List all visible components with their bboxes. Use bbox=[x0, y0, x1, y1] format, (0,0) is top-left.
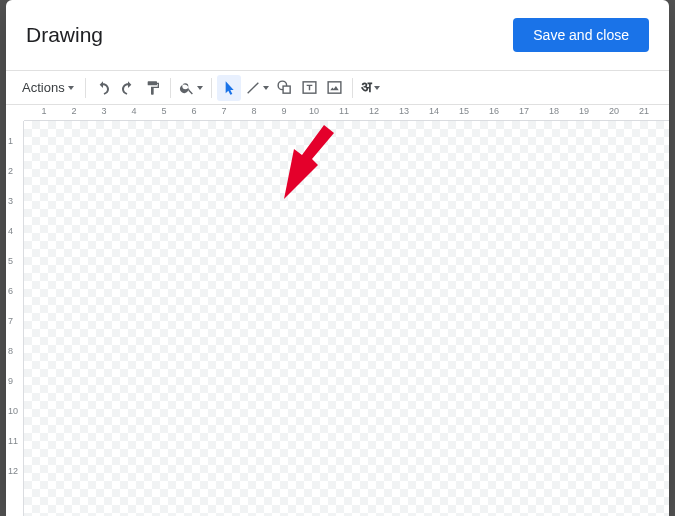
textbox-icon bbox=[301, 79, 318, 96]
actions-label: Actions bbox=[22, 80, 65, 95]
workarea: 1123456789101112 bbox=[6, 121, 669, 516]
ruler-tick: 4 bbox=[131, 106, 136, 116]
redo-icon bbox=[120, 80, 136, 96]
ruler-tick: 13 bbox=[399, 106, 409, 116]
caret-down-icon bbox=[263, 86, 269, 90]
select-tool[interactable] bbox=[217, 75, 241, 101]
vertical-ruler: 1123456789101112 bbox=[6, 121, 24, 516]
drawing-modal: Drawing Save and close Actions bbox=[6, 0, 669, 516]
paint-format-button[interactable] bbox=[141, 75, 165, 101]
paint-roller-icon bbox=[145, 80, 161, 96]
modal-title: Drawing bbox=[26, 23, 103, 47]
cursor-icon bbox=[221, 80, 237, 96]
shape-icon bbox=[276, 79, 293, 96]
ruler-tick: 9 bbox=[8, 376, 13, 386]
ruler-tick: 5 bbox=[161, 106, 166, 116]
redo-button[interactable] bbox=[116, 75, 140, 101]
input-tools-menu[interactable]: अ bbox=[358, 75, 383, 101]
ruler-tick: 17 bbox=[519, 106, 529, 116]
svg-marker-4 bbox=[284, 125, 334, 199]
ruler-tick: 9 bbox=[281, 106, 286, 116]
ruler-tick: 6 bbox=[191, 106, 196, 116]
ruler-tick: 1 bbox=[41, 106, 46, 116]
line-tool-menu[interactable] bbox=[242, 75, 272, 101]
zoom-menu[interactable] bbox=[176, 75, 206, 101]
separator bbox=[85, 78, 86, 98]
separator bbox=[170, 78, 171, 98]
svg-rect-1 bbox=[283, 86, 290, 93]
ruler-tick: 15 bbox=[459, 106, 469, 116]
svg-rect-3 bbox=[328, 82, 341, 93]
textbox-tool[interactable] bbox=[298, 75, 322, 101]
ruler-tick: 3 bbox=[101, 106, 106, 116]
line-icon bbox=[245, 80, 261, 96]
modal-header: Drawing Save and close bbox=[6, 0, 669, 71]
caret-down-icon bbox=[197, 86, 203, 90]
ruler-tick: 20 bbox=[609, 106, 619, 116]
ruler-tick: 2 bbox=[71, 106, 76, 116]
annotation-arrow-icon bbox=[264, 121, 344, 201]
ruler-tick: 8 bbox=[251, 106, 256, 116]
ruler-tick: 10 bbox=[309, 106, 319, 116]
ruler-tick: 21 bbox=[639, 106, 649, 116]
drawing-canvas[interactable] bbox=[24, 121, 669, 516]
ruler-tick: 11 bbox=[339, 106, 349, 116]
save-and-close-button[interactable]: Save and close bbox=[513, 18, 649, 52]
ruler-tick: 18 bbox=[549, 106, 559, 116]
ruler-tick: 8 bbox=[8, 346, 13, 356]
image-tool[interactable] bbox=[323, 75, 347, 101]
image-icon bbox=[326, 79, 343, 96]
ruler-tick: 7 bbox=[221, 106, 226, 116]
undo-icon bbox=[95, 80, 111, 96]
ruler-tick: 2 bbox=[8, 166, 13, 176]
caret-down-icon bbox=[374, 86, 380, 90]
ruler-tick: 3 bbox=[8, 196, 13, 206]
caret-down-icon bbox=[68, 86, 74, 90]
ruler-tick: 10 bbox=[8, 406, 18, 416]
ruler-tick: 12 bbox=[369, 106, 379, 116]
horizontal-ruler: 1123456789101112131415161718192021 bbox=[24, 105, 669, 121]
ruler-tick: 7 bbox=[8, 316, 13, 326]
ruler-tick: 11 bbox=[8, 436, 18, 446]
ruler-tick: 14 bbox=[429, 106, 439, 116]
ruler-tick: 1 bbox=[8, 136, 13, 146]
language-glyph: अ bbox=[361, 79, 372, 96]
ruler-tick: 5 bbox=[8, 256, 13, 266]
ruler-tick: 19 bbox=[579, 106, 589, 116]
ruler-tick: 6 bbox=[8, 286, 13, 296]
undo-button[interactable] bbox=[91, 75, 115, 101]
ruler-tick: 12 bbox=[8, 466, 18, 476]
shape-tool-menu[interactable] bbox=[273, 75, 297, 101]
ruler-tick: 16 bbox=[489, 106, 499, 116]
zoom-icon bbox=[179, 80, 195, 96]
toolbar: Actions bbox=[6, 71, 669, 105]
actions-menu[interactable]: Actions bbox=[12, 75, 80, 101]
separator bbox=[211, 78, 212, 98]
ruler-tick: 4 bbox=[8, 226, 13, 236]
separator bbox=[352, 78, 353, 98]
